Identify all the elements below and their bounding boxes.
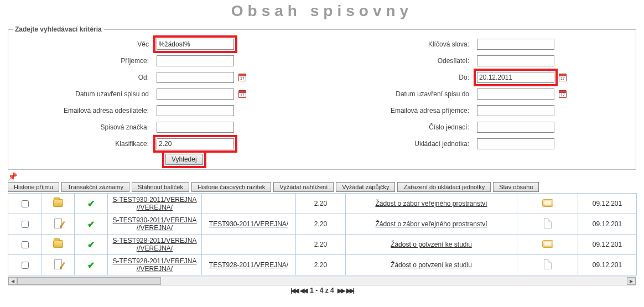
pager-text: 1 - 4 z 4 xyxy=(310,287,334,294)
cell-klasifikace: 2.20 xyxy=(296,214,346,235)
btn-zarazeni-do-jednotky[interactable]: Zařazení do ukládací jednotky xyxy=(397,182,491,192)
input-cj[interactable] xyxy=(477,122,554,133)
status-ok-icon: ✔ xyxy=(87,261,95,270)
table-row: ✔S-TEST928-2011/VEREJNA //VEREJNA/2.20Žá… xyxy=(8,235,637,255)
pager-prev[interactable]: ◀◀ xyxy=(300,287,307,294)
cell-klasifikace: 2.20 xyxy=(296,194,346,214)
spis-link[interactable]: S-TEST930-2011/VEREJNA //VEREJNA/ xyxy=(112,196,196,211)
field-spis-znacka: Spisová značka: xyxy=(13,119,311,135)
input-vec[interactable] xyxy=(157,39,234,50)
input-email-prij[interactable] xyxy=(477,105,554,116)
subject-link[interactable]: Žádost o zábor veřejného prostranství xyxy=(375,200,487,207)
label-email-odes: Emailová adresa odesílatele: xyxy=(13,107,157,115)
search-button[interactable]: Vyhledej xyxy=(165,154,203,165)
label-odesilatel: Odesílatel: xyxy=(333,57,477,65)
label-vec: Věc xyxy=(13,40,157,48)
scroll-left-icon[interactable]: ◀ xyxy=(8,277,17,285)
btn-vyzadat-zapujcky[interactable]: Vyžádat zápůjčky xyxy=(336,182,395,192)
row-checkbox[interactable] xyxy=(22,221,29,228)
storage-unit-icon xyxy=(542,240,553,248)
cj-link[interactable]: TEST930-2011/VEREJNA/ xyxy=(209,220,288,228)
cell-date: 09.12.201 xyxy=(578,214,637,235)
status-ok-icon: ✔ xyxy=(87,220,95,229)
pin-icon[interactable]: 📌 xyxy=(8,172,636,181)
document-icon xyxy=(54,218,62,228)
btn-vyzadat-nahlizeni[interactable]: Vyžádat nahlížení xyxy=(273,182,334,192)
field-email-prij: Emailová adresa příjemce: xyxy=(333,103,631,118)
status-ok-icon: ✔ xyxy=(87,240,95,249)
input-od[interactable] xyxy=(157,72,234,83)
status-ok-icon: ✔ xyxy=(87,199,95,209)
pager: |◀◀ ◀◀ 1 - 4 z 4 ▶▶ ▶▶| xyxy=(0,287,644,294)
input-spis-znacka[interactable] xyxy=(157,122,234,133)
input-email-odes[interactable] xyxy=(157,105,234,116)
input-prijemce[interactable] xyxy=(157,55,234,66)
cell-klasifikace: 2.20 xyxy=(296,255,346,275)
input-klasifikace[interactable] xyxy=(157,138,234,149)
input-odesilatel[interactable] xyxy=(477,55,554,66)
btn-stav-obsahu[interactable]: Stav obsahu xyxy=(493,182,539,192)
table-row: ✔S-TEST930-2011/VEREJNA //VEREJNA/TEST93… xyxy=(8,214,637,235)
input-klicova[interactable] xyxy=(477,39,554,50)
spis-link[interactable]: S-TEST928-2011/VEREJNA //VEREJNA/ xyxy=(112,257,196,273)
page-title: Obsah spisovny xyxy=(0,2,644,20)
btn-historie-razitek[interactable]: Historie časových razítek xyxy=(191,182,271,192)
btn-historie-prijmu[interactable]: Historie příjmu xyxy=(8,182,59,192)
document-icon xyxy=(54,259,62,269)
label-dus-od: Datum uzavření spisu od xyxy=(13,90,157,98)
calendar-icon[interactable]: 17 xyxy=(559,90,567,98)
btn-transakcni-zaznamy[interactable]: Transakční záznamy xyxy=(61,182,129,192)
scroll-right-icon[interactable]: ▶ xyxy=(627,277,636,285)
field-odesilatel: Odesílatel: xyxy=(333,53,631,69)
horizontal-scrollbar[interactable]: ◀ ▶ xyxy=(8,277,636,285)
table-row: ✔S-TEST928-2011/VEREJNA //VEREJNA/TEST92… xyxy=(8,255,637,275)
field-do: Do: 17 xyxy=(333,70,631,85)
spis-link[interactable]: S-TEST930-2011/VEREJNA //VEREJNA/ xyxy=(112,216,196,232)
field-email-odes: Emailová adresa odesílatele: xyxy=(13,103,311,118)
subject-link[interactable]: Žádost o zábor veřejného prostranství xyxy=(375,220,487,228)
label-prijemce: Příjemce: xyxy=(13,57,157,65)
label-do: Do: xyxy=(333,74,477,81)
row-checkbox[interactable] xyxy=(22,200,29,207)
label-email-prij: Emailová adresa příjemce: xyxy=(333,107,477,115)
input-dus-do[interactable] xyxy=(477,89,554,100)
folder-icon xyxy=(53,199,63,207)
cell-klasifikace: 2.20 xyxy=(296,235,346,255)
search-criteria-fieldset: Zadejte vyhledávací kritéria Věc Klíčová… xyxy=(8,25,636,170)
results-table: ✔S-TEST930-2011/VEREJNA //VEREJNA/2.20Žá… xyxy=(8,193,637,275)
label-klicova: Klíčová slova: xyxy=(333,40,477,48)
input-do[interactable] xyxy=(477,72,554,83)
calendar-icon[interactable]: 17 xyxy=(559,74,567,81)
field-ukladaci: Ukládací jednotka: xyxy=(333,136,631,152)
calendar-icon[interactable]: 17 xyxy=(238,74,246,81)
pager-next[interactable]: ▶▶ xyxy=(337,287,344,294)
subject-link[interactable]: Žádost o potvzení ke studiu xyxy=(391,241,472,248)
folder-icon xyxy=(53,240,63,248)
btn-stahnout-balicek[interactable]: Stáhnout balíček xyxy=(132,182,189,192)
row-checkbox[interactable] xyxy=(22,241,29,248)
subject-link[interactable]: Žádost o potvzení ke studiu xyxy=(391,261,472,269)
input-ukladaci[interactable] xyxy=(477,138,554,149)
pager-first[interactable]: |◀◀ xyxy=(290,287,298,294)
label-dus-do: Datum uzavření spisu do xyxy=(333,90,477,98)
page-icon xyxy=(544,259,552,269)
row-checkbox[interactable] xyxy=(22,262,29,269)
input-dus-od[interactable] xyxy=(157,89,234,100)
label-od: Od: xyxy=(13,74,157,81)
label-ukladaci: Ukládací jednotka: xyxy=(333,140,477,148)
label-spis-znacka: Spisová značka: xyxy=(13,123,157,131)
field-vec: Věc xyxy=(13,37,311,52)
spis-link[interactable]: S-TEST928-2011/VEREJNA //VEREJNA/ xyxy=(112,237,196,252)
label-cj: Číslo jednací: xyxy=(333,123,477,131)
cj-link[interactable]: TEST928-2011/VEREJNA/ xyxy=(209,261,288,269)
table-row: ✔S-TEST930-2011/VEREJNA //VEREJNA/2.20Žá… xyxy=(8,194,637,214)
calendar-icon[interactable]: 17 xyxy=(238,90,246,98)
scroll-thumb[interactable] xyxy=(17,277,161,285)
field-od: Od: 17 xyxy=(13,70,311,85)
storage-unit-icon xyxy=(542,199,553,207)
field-klasifikace: Klasifikace: xyxy=(13,136,311,152)
pager-last[interactable]: ▶▶| xyxy=(346,287,354,294)
field-klicova: Klíčová slova: xyxy=(333,37,631,52)
cell-date: 09.12.201 xyxy=(578,255,637,275)
label-klasifikace: Klasifikace: xyxy=(13,140,157,148)
